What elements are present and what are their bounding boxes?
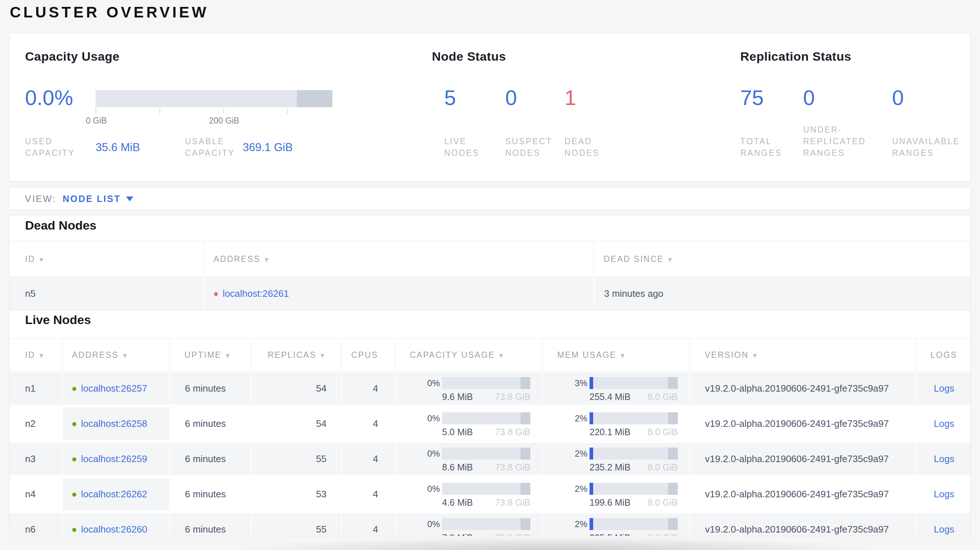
column-header-logs: LOGS [916, 339, 970, 372]
node-address-link[interactable]: localhost:26257 [81, 383, 147, 394]
node-status-section: Node Status 5 0 1 LIVE NODES SUSPECT NOD… [432, 49, 664, 64]
sort-arrow-icon: ▼ [38, 352, 45, 359]
node-id-cell: n4 [10, 478, 62, 510]
summary-card: Capacity Usage 0.0% 0 GiB 200 GiB USED C… [9, 33, 970, 182]
node-address-link[interactable]: localhost:26261 [223, 288, 289, 299]
node-address-link[interactable]: localhost:26262 [81, 489, 147, 499]
column-header-capacity-usage[interactable]: CAPACITY USAGE▼ [395, 339, 542, 372]
caret-down-icon[interactable] [126, 197, 133, 201]
node-address-cell: localhost:26257 [62, 372, 170, 405]
suspect-nodes-count: 0 [505, 87, 517, 109]
mem-bar-dark-segment [668, 377, 678, 389]
sort-arrow-icon: ▼ [224, 352, 232, 359]
capacity-percent: 0% [396, 448, 440, 475]
capacity-used: 8.6 MiB [442, 462, 473, 473]
column-header-address[interactable]: ADDRESS▼ [62, 339, 170, 372]
capacity-percent: 0% [396, 412, 440, 440]
mem-total: 8.0 GiB [648, 462, 678, 473]
capacity-total: 73.8 GiB [495, 533, 530, 536]
logs-link[interactable]: Logs [934, 489, 954, 499]
column-header-uptime[interactable]: UPTIME▼ [170, 339, 251, 372]
sort-arrow-icon: ▼ [263, 256, 270, 263]
mem-bar [590, 518, 678, 530]
replication-status-title: Replication Status [740, 49, 973, 64]
mem-bar-fill [590, 377, 593, 389]
under-replicated-label: UNDER- REPLICATED RANGES [803, 124, 866, 159]
capacity-bar-dark-segment [520, 412, 530, 424]
node-address-cell: localhost:26259 [62, 443, 170, 475]
node-address-cell: localhost:26261 [204, 277, 594, 310]
column-header-id[interactable]: ID▼ [10, 339, 62, 372]
node-address-link[interactable]: localhost:26258 [81, 418, 147, 429]
logs-link[interactable]: Logs [934, 524, 954, 535]
capacity-bar [442, 412, 530, 424]
axis-tick [95, 109, 96, 113]
column-header-dead-since[interactable]: DEAD SINCE▼ [594, 241, 970, 277]
column-header-replicas[interactable]: REPLICAS▼ [251, 339, 341, 372]
dead-node-row: n5 localhost:26261 3 minutes ago [10, 277, 970, 311]
view-dropdown[interactable]: NODE LIST [62, 194, 121, 204]
capacity-total: 73.8 GiB [495, 427, 530, 437]
column-header-mem-usage[interactable]: MEM USAGE▼ [542, 339, 690, 372]
mem-total: 8.0 GiB [648, 427, 678, 437]
node-id-cell: n2 [10, 408, 62, 440]
live-node-dot-icon [72, 528, 76, 532]
logs-link[interactable]: Logs [934, 383, 954, 394]
page-title: CLUSTER OVERVIEW [10, 4, 209, 21]
mem-bar-dark-segment [668, 412, 678, 424]
axis-tick [159, 109, 160, 113]
live-node-row: n6 localhost:26260 6 minutes 55 4 0% 7.8… [10, 513, 970, 536]
live-nodes-heading: Live Nodes [25, 313, 91, 327]
version-cell: v19.2.0-alpha.20190606-2491-gfe735c9a97 [690, 513, 916, 536]
column-header-version[interactable]: VERSION▼ [690, 339, 916, 372]
live-nodes-table-header: ID▼ ADDRESS▼ UPTIME▼ REPLICAS▼ CPUS CAPA… [10, 338, 970, 372]
version-cell: v19.2.0-alpha.20190606-2491-gfe735c9a97 [690, 408, 916, 440]
capacity-usage-title: Capacity Usage [25, 49, 341, 64]
sort-arrow-icon: ▼ [498, 352, 505, 359]
node-address-cell: localhost:26258 [62, 408, 170, 440]
mem-percent: 2% [543, 412, 587, 440]
mem-used: 225.5 MiB [590, 533, 631, 536]
dead-nodes-table-header: ID▼ ADDRESS▼ DEAD SINCE▼ [10, 241, 970, 277]
uptime-cell: 6 minutes [170, 478, 251, 510]
live-node-dot-icon [72, 422, 76, 426]
mem-usage-cell: 2% 220.1 MiB8.0 GiB [542, 408, 690, 440]
node-id-cell: n5 [10, 277, 204, 310]
replicas-cell: 53 [251, 478, 341, 510]
capacity-bar-dark-segment [520, 377, 530, 389]
capacity-bar-dark-segment [520, 448, 530, 459]
usable-capacity-value: 369.1 GiB [243, 141, 293, 154]
column-header-cpus: CPUS [341, 339, 395, 372]
capacity-used: 7.8 MiB [442, 533, 473, 536]
nodes-card: Dead Nodes ID▼ ADDRESS▼ DEAD SINCE▼ n5 l… [9, 215, 970, 536]
version-cell: v19.2.0-alpha.20190606-2491-gfe735c9a97 [690, 443, 916, 475]
column-header-id[interactable]: ID▼ [10, 241, 204, 277]
logs-cell: Logs [916, 443, 970, 475]
logs-link[interactable]: Logs [934, 418, 954, 429]
node-address-link[interactable]: localhost:26260 [81, 524, 147, 535]
cpus-cell: 4 [341, 443, 395, 475]
mem-bar [590, 483, 678, 495]
dead-nodes-count: 1 [565, 87, 576, 109]
logs-link[interactable]: Logs [934, 453, 954, 464]
capacity-usage-cell: 0% 5.0 MiB73.8 GiB [395, 408, 542, 440]
capacity-used: 4.6 MiB [442, 498, 473, 508]
mem-used: 199.6 MiB [590, 498, 631, 508]
mem-total: 8.0 GiB [648, 533, 678, 536]
node-address-link[interactable]: localhost:26259 [81, 453, 147, 464]
live-nodes-count: 5 [444, 87, 456, 109]
capacity-usage-cell: 0% 7.8 MiB73.8 GiB [395, 513, 542, 536]
view-selector-bar: VIEW: NODE LIST [9, 188, 970, 210]
column-header-address[interactable]: ADDRESS▼ [204, 241, 594, 277]
mem-bar [590, 412, 678, 424]
sort-arrow-icon: ▼ [122, 352, 129, 359]
capacity-percent: 0% [396, 483, 440, 510]
version-cell: v19.2.0-alpha.20190606-2491-gfe735c9a97 [690, 478, 916, 510]
capacity-usage-cell: 0% 9.6 MiB73.8 GiB [395, 372, 542, 405]
mem-bar-fill [590, 483, 593, 495]
node-id-cell: n1 [10, 372, 62, 405]
cpus-cell: 4 [341, 372, 395, 405]
live-node-dot-icon [72, 387, 76, 391]
capacity-used: 5.0 MiB [442, 427, 473, 437]
sort-arrow-icon: ▼ [619, 352, 627, 359]
